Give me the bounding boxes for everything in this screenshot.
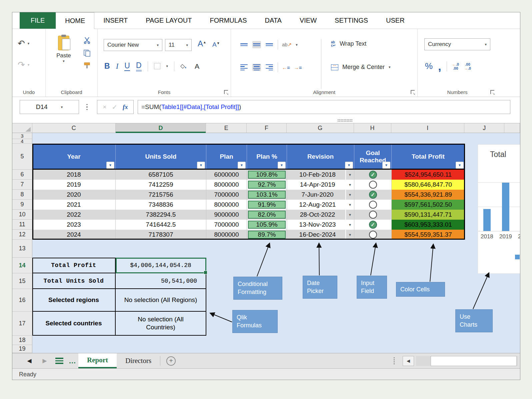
summary-value-total-profit[interactable]: $4,006,144,054.28	[116, 258, 206, 273]
goal-reached-toggle[interactable]	[369, 191, 377, 199]
units-sold-cell[interactable]: 7382294.5	[116, 210, 206, 220]
tab-settings[interactable]: SETTINGS	[326, 12, 377, 29]
sheet-list-menu-icon[interactable]	[52, 353, 66, 368]
date-picker-arrow-icon[interactable]: ▼	[345, 180, 354, 190]
summary-label-total-profit[interactable]: Total Profit	[32, 258, 116, 273]
chevron-down-icon[interactable]: ▾	[296, 43, 298, 47]
wrap-text-button[interactable]: Wrap Text	[340, 40, 366, 47]
summary-label-selected-regions[interactable]: Selected regions	[32, 289, 116, 312]
total-profit-cell[interactable]: $590,131,447.71	[392, 210, 465, 220]
summary-value-selected-regions[interactable]: No selection (All Regions)	[116, 289, 206, 312]
plan-cell[interactable]: 8000000	[206, 180, 247, 190]
year-cell[interactable]: 2020	[32, 190, 116, 200]
align-left-icon[interactable]	[240, 64, 248, 71]
tab-home[interactable]: HOME	[56, 12, 94, 29]
total-profit-cell[interactable]: $524,954,650.11	[392, 170, 465, 180]
column-header-d[interactable]: D	[116, 123, 206, 133]
tab-data[interactable]: DATA	[256, 12, 291, 29]
underline-button[interactable]: U	[124, 61, 130, 71]
insert-function-button[interactable]: fx	[123, 103, 128, 111]
plan-cell[interactable]: 6000000	[206, 170, 247, 180]
row-header-19[interactable]: 19	[12, 345, 32, 353]
paste-button[interactable]: Paste ▾	[54, 36, 74, 63]
row-header-6[interactable]: 6	[12, 170, 32, 180]
column-header-f[interactable]: F	[247, 123, 287, 133]
year-cell[interactable]: 2021	[32, 200, 116, 210]
name-box[interactable]: D14 ▾	[20, 100, 79, 114]
row-header-16[interactable]: 16	[12, 289, 32, 312]
column-header-e[interactable]: E	[206, 123, 247, 133]
font-color-icon[interactable]: A	[194, 62, 200, 70]
goal-reached-toggle[interactable]	[369, 171, 377, 179]
summary-value-selected-countries[interactable]: No selection (All Countries)	[116, 312, 206, 336]
increase-font-button[interactable]: A▲	[198, 39, 206, 48]
total-profit-cell[interactable]: $597,561,502.50	[392, 200, 465, 210]
plan-cell[interactable]: 9000000	[206, 210, 247, 220]
borders-icon[interactable]	[154, 63, 160, 69]
align-middle-icon[interactable]	[252, 41, 261, 48]
chevron-down-icon[interactable]: ▾	[28, 63, 30, 67]
year-cell[interactable]: 2024	[32, 230, 116, 240]
cut-icon[interactable]	[83, 36, 91, 44]
revision-cell[interactable]: 10-Feb-2018▼	[287, 170, 354, 180]
goal-reached-toggle[interactable]	[369, 181, 377, 189]
units-sold-cell[interactable]: 6587105	[116, 170, 206, 180]
table-header-total-profit[interactable]: Total Profit▼	[392, 144, 465, 170]
row-header-5[interactable]: 5	[12, 144, 32, 170]
merge-center-button[interactable]: Merge & Center	[342, 64, 385, 71]
copy-icon[interactable]	[83, 49, 91, 57]
italic-button[interactable]: I	[116, 62, 119, 71]
goal-cell[interactable]	[354, 210, 392, 220]
total-profit-cell[interactable]: $580,646,847.70	[392, 180, 465, 190]
sheet-tab-report[interactable]: Report	[78, 353, 117, 368]
row-header-18[interactable]: 18	[12, 336, 32, 345]
date-picker-arrow-icon[interactable]: ▼	[345, 200, 354, 210]
increase-decimal-icon[interactable]: .00→.0	[464, 62, 471, 70]
revision-cell[interactable]: 12-Aug-2021▼	[287, 200, 354, 210]
row-header-11[interactable]: 11	[12, 220, 32, 230]
filter-button[interactable]: ▼	[345, 162, 353, 169]
table-header-revision[interactable]: Revision▼	[287, 144, 354, 170]
decrease-font-button[interactable]: A▼	[212, 41, 220, 48]
formula-input[interactable]: =SUM(Table1[[#Data],[Total Profit]])	[138, 100, 510, 114]
row-header-15[interactable]: 15	[12, 273, 32, 289]
scrollbar-thumb[interactable]	[431, 356, 517, 366]
column-header-i[interactable]: I	[391, 123, 465, 133]
year-cell[interactable]: 2022	[32, 210, 116, 220]
column-header-c[interactable]: C	[32, 123, 116, 133]
units-sold-cell[interactable]: 7416442.5	[116, 220, 206, 230]
filter-button[interactable]: ▼	[278, 162, 286, 169]
goal-reached-toggle[interactable]	[369, 231, 377, 239]
filter-button[interactable]: ▼	[106, 162, 114, 169]
summary-value-total-units[interactable]: 50,541,000	[116, 273, 206, 289]
chevron-down-icon[interactable]: ▾	[54, 59, 74, 63]
select-all-corner[interactable]	[12, 123, 32, 133]
tab-file[interactable]: FILE	[20, 12, 56, 29]
increase-indent-icon[interactable]: →≡	[294, 65, 302, 70]
row-header-3[interactable]: 3	[12, 133, 32, 139]
format-painter-icon[interactable]	[83, 62, 91, 70]
comma-style-button[interactable]: ,	[438, 63, 441, 70]
plan-cell[interactable]: 7000000	[206, 220, 247, 230]
filter-button[interactable]: ▼	[197, 162, 205, 169]
filter-button[interactable]: ▼	[238, 162, 246, 169]
orientation-icon[interactable]: ab↗	[282, 42, 292, 48]
summary-label-total-units[interactable]: Total Units Sold	[32, 273, 116, 289]
hscroll-left-button[interactable]: ◀	[403, 356, 414, 366]
units-sold-cell[interactable]: 7412259	[116, 180, 206, 190]
plan-pct-cell[interactable]: 82.0%	[247, 210, 287, 220]
summary-label-selected-countries[interactable]: Selected countries	[32, 312, 116, 336]
percent-style-button[interactable]: %	[425, 61, 433, 71]
add-sheet-button[interactable]: +	[160, 353, 182, 368]
year-cell[interactable]: 2019	[32, 180, 116, 190]
year-cell[interactable]: 2023	[32, 220, 116, 230]
decrease-decimal-icon[interactable]: ←.0.00	[452, 62, 459, 70]
sheet-scroll-right-icon[interactable]: ▶	[37, 353, 52, 368]
total-profit-cell[interactable]: $603,953,333.01	[392, 220, 465, 230]
font-size-select[interactable]: 11▾	[165, 39, 192, 51]
plan-pct-cell[interactable]: 105.9%	[247, 220, 287, 230]
column-header-h[interactable]: H	[354, 123, 391, 133]
plan-cell[interactable]: 8000000	[206, 230, 247, 240]
goal-reached-toggle[interactable]	[369, 211, 377, 219]
tab-user[interactable]: USER	[377, 12, 414, 29]
